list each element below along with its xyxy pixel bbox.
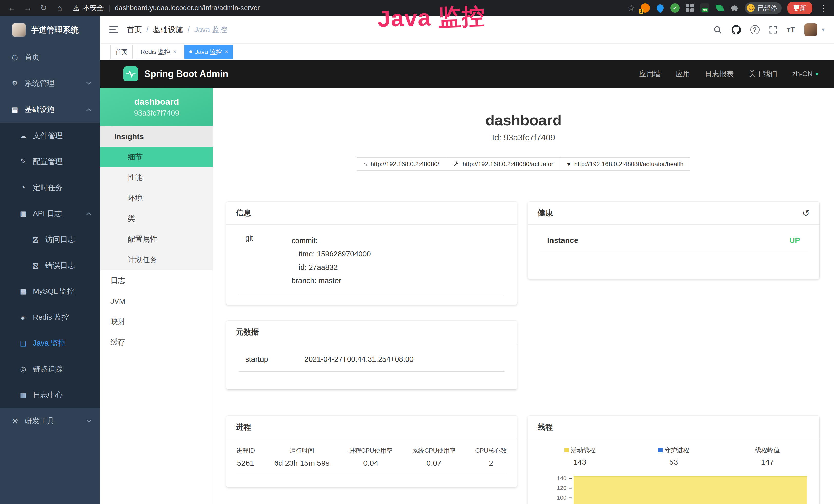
close-icon[interactable]: × (224, 48, 228, 55)
health-url-link[interactable]: ♥ http://192.168.0.2:48080/actuator/heal… (560, 157, 691, 171)
info-line: commit: (291, 234, 371, 247)
smiley-icon (747, 4, 755, 12)
screen: ← → ↻ ⌂ ⚠ 不安全 | dashboard.yudao.iocoder.… (0, 0, 834, 504)
sba-nav-applications[interactable]: 应用 (676, 69, 690, 79)
extension-orange-icon[interactable]: 1 (641, 3, 650, 13)
legend-label: 线程峰值 (755, 446, 780, 454)
sidebar-item-error-log[interactable]: ▧ 错误日志 (0, 252, 100, 278)
sba-nav-journal[interactable]: 日志报表 (705, 69, 734, 79)
browser-back-icon[interactable]: ← (5, 3, 19, 13)
sidebar-item-dev-tools[interactable]: ⚒ 研发工具 (0, 408, 100, 434)
process-card-header: 进程 (226, 416, 517, 439)
sba-item-logfile[interactable]: 日志 (100, 270, 213, 291)
sidebar-item-api-log[interactable]: ▣ API 日志 (0, 201, 100, 226)
github-icon[interactable] (731, 25, 741, 35)
sidebar-item-infrastructure[interactable]: ▤ 基础设施 (0, 96, 100, 123)
tag-redis-monitor[interactable]: Redis 监控 × (136, 45, 181, 59)
sidebar-item-log-center[interactable]: ▥ 日志中心 (0, 382, 100, 408)
profile-paused-pill[interactable]: 已暂停 (745, 2, 782, 14)
sba-item-scheduled-tasks[interactable]: 计划任务 (100, 250, 213, 270)
legend-value: 147 (721, 458, 814, 466)
sba-item-configprops[interactable]: 配置属性 (100, 229, 213, 250)
tag-java-monitor[interactable]: Java 监控 × (184, 45, 233, 59)
y-axis-tick-label: 140 (535, 475, 566, 482)
sba-nav-about[interactable]: 关于我们 (749, 69, 777, 79)
close-icon[interactable]: × (173, 48, 176, 55)
app-logo[interactable]: 芋道管理系统 (0, 16, 100, 44)
sidebar-item-config-management[interactable]: ✎ 配置管理 (0, 148, 100, 175)
extension-drop-icon[interactable] (656, 3, 665, 13)
dashboard-icon: ◷ (10, 53, 20, 61)
service-url-link[interactable]: ⌂ http://192.168.0.2:48080/ (356, 157, 446, 171)
extensions-puzzle-icon[interactable] (730, 3, 739, 13)
info-card-body: git commit: time: 1596289704000 id: 27aa… (226, 225, 517, 287)
sidebar-item-system[interactable]: ⚙ 系统管理 (0, 70, 100, 96)
threads-card: 线程 活动线程 143 (528, 416, 819, 504)
card-title: 健康 (537, 208, 553, 218)
info-value: commit: time: 1596289704000 id: 27aa832 … (291, 234, 371, 287)
y-axis-tick-label: 120 (535, 485, 566, 491)
sidebar-item-java-monitor[interactable]: ◫ Java 监控 (0, 330, 100, 356)
legend-swatch-blue (658, 448, 663, 452)
sba-item-mappings[interactable]: 映射 (100, 312, 213, 332)
address-bar[interactable]: ⚠ 不安全 | dashboard.yudao.iocoder.cn/infra… (73, 3, 625, 13)
warning-icon: ⚠ (73, 4, 79, 12)
sba-item-environment[interactable]: 环境 (100, 188, 213, 208)
hamburger-icon[interactable] (109, 26, 119, 34)
spring-boot-admin: Spring Boot Admin 应用墙 应用 日志报表 关于我们 zh-CN… (100, 60, 834, 504)
gear-icon: ⚙ (10, 79, 20, 88)
font-size-icon[interactable]: тT (787, 25, 795, 34)
sba-item-metrics[interactable]: 性能 (100, 167, 213, 188)
extension-badge: 1 (639, 9, 643, 14)
extension-grid-icon[interactable] (685, 3, 695, 13)
browser-menu-icon[interactable]: ⋮ (818, 4, 829, 13)
sba-brand[interactable]: Spring Boot Admin (123, 67, 228, 82)
sidebar-item-redis-monitor[interactable]: ◈ Redis 监控 (0, 304, 100, 330)
drop-icon (655, 3, 665, 13)
legend-peak-threads: 线程峰值 147 (721, 446, 814, 466)
sidebar-item-label: 基础设施 (25, 105, 54, 115)
sba-nav-wallboard[interactable]: 应用墙 (639, 69, 661, 79)
sidebar-item-label: 配置管理 (33, 157, 63, 167)
extension-green-check-icon[interactable]: ✓ (671, 3, 680, 13)
sba-item-jvm[interactable]: JVM (100, 291, 213, 312)
bookmark-star-icon[interactable]: ☆ (628, 3, 635, 13)
instance-header[interactable]: dashboard 93a3fc7f7409 (100, 88, 213, 126)
help-icon[interactable]: ? (750, 25, 760, 35)
user-avatar[interactable] (805, 23, 817, 36)
breadcrumb-infrastructure[interactable]: 基础设施 (153, 25, 183, 35)
sidebar-item-access-log[interactable]: ▨ 访问日志 (0, 226, 100, 252)
actuator-url-link[interactable]: http://192.168.0.2:48080/actuator (446, 157, 561, 171)
process-card: 进程 进程ID 5261 (226, 416, 517, 487)
search-icon[interactable] (713, 25, 722, 34)
browser-forward-icon[interactable]: → (21, 3, 35, 13)
extension-switch-icon[interactable]: on (700, 3, 709, 13)
sidebar-item-link-trace[interactable]: ◎ 链路追踪 (0, 356, 100, 382)
history-icon[interactable]: ↺ (803, 208, 810, 218)
sba-item-details[interactable]: 细节 (100, 147, 213, 167)
sba-item-classes[interactable]: 类 (100, 208, 213, 229)
sba-language-select[interactable]: zh-CN ▾ (792, 70, 818, 78)
info-card: 信息 git commit: time: 1596289704000 id: 2… (226, 202, 517, 305)
breadcrumb-current: Java 监控 (194, 25, 227, 35)
sidebar-item-label: 日志中心 (33, 390, 63, 400)
sba-navbar: Spring Boot Admin 应用墙 应用 日志报表 关于我们 zh-CN… (100, 60, 834, 88)
sidebar-item-scheduled-jobs[interactable]: ◔ 定时任务 (0, 175, 100, 201)
sidebar-item-file-management[interactable]: ☁ 文件管理 (0, 123, 100, 148)
sidebar-item-mysql-monitor[interactable]: ▦ MySQL 监控 (0, 278, 100, 304)
browser-home-icon[interactable]: ⌂ (53, 3, 66, 13)
fullscreen-icon[interactable] (769, 25, 777, 34)
sba-item-caches[interactable]: 缓存 (100, 332, 213, 352)
chevron-up-icon (86, 212, 91, 215)
address-separator: | (107, 4, 111, 12)
breadcrumb-home[interactable]: 首页 (127, 25, 142, 35)
sidebar-item-home[interactable]: ◷ 首页 (0, 44, 100, 70)
logo-image (12, 23, 26, 37)
extension-leaf-icon[interactable] (715, 3, 724, 13)
browser-update-button[interactable]: 更新 (787, 2, 812, 15)
browser-reload-icon[interactable]: ↻ (37, 3, 50, 13)
tag-home[interactable]: 首页 (110, 45, 133, 59)
threads-card-header: 线程 (528, 416, 819, 439)
pencil-icon: ✎ (19, 158, 28, 166)
sidebar-item-label: 研发工具 (25, 416, 54, 426)
